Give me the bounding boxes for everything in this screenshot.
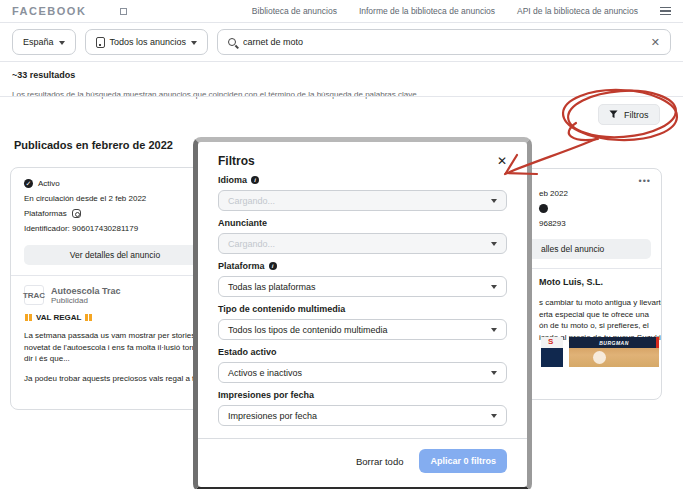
chevron-down-icon: [59, 41, 65, 45]
red-circle-tail: [569, 123, 598, 140]
field-plataforma: Plataforma i Todas las plataformas: [218, 261, 507, 297]
dropdown-value: Todos los tipos de contenido multimedia: [228, 325, 388, 335]
estado-activo-dropdown[interactable]: Activos e inactivos: [218, 362, 507, 383]
view-ad-details-button[interactable]: alles del anuncio: [527, 239, 651, 259]
ad-type-dropdown[interactable]: Todos los anuncios: [85, 29, 209, 55]
chevron-down-icon: [491, 199, 497, 203]
dropdown-value: Cargando...: [228, 196, 275, 206]
gift-icon: [85, 314, 92, 321]
ad-library-page: FACEBOOK Biblioteca de anuncios Informe …: [0, 0, 683, 489]
impresiones-dropdown[interactable]: Impresiones por fecha: [218, 405, 507, 426]
sponsored-label: Publicidad: [51, 296, 88, 305]
close-icon[interactable]: ✕: [497, 155, 507, 167]
active-check-icon: ✓: [24, 179, 33, 188]
ad-headline-text: VAL REGAL: [36, 313, 81, 322]
ad-body-line: ón de tu moto o, si prefieres, el: [539, 320, 653, 332]
search-icon: [228, 38, 236, 46]
clear-search-icon[interactable]: ✕: [651, 37, 660, 48]
chevron-down-icon: [491, 328, 497, 332]
identifier-text: Identificador: 906017430281179: [24, 224, 138, 233]
field-anunciante: Anunciante Cargando...: [218, 218, 507, 254]
device-icon: [96, 37, 105, 48]
ad-body-line: novetat de l'autoescola i ens fa molta i…: [24, 342, 206, 354]
ad-body-line: dir i és que...: [24, 353, 206, 365]
search-input[interactable]: [243, 37, 644, 47]
identifier-fragment: 968293: [539, 219, 566, 228]
ad-identifier-row: Identificador: 906017430281179: [24, 224, 206, 233]
banner-title: BURGMAN: [569, 337, 659, 348]
filters-button-label: Filtros: [624, 110, 649, 120]
ad-body-line: erta especial que te ofrece una: [539, 309, 653, 321]
info-icon[interactable]: i: [251, 176, 259, 184]
dropdown-value: Cargando...: [228, 239, 275, 249]
ad-running-row: En circulación desde el 2 feb 2022: [24, 194, 206, 203]
gift-icon: [25, 314, 32, 321]
plataforma-dropdown[interactable]: Todas las plataformas: [218, 276, 507, 297]
ad-body-line: La setmana passada us vam mostrar per st…: [24, 330, 206, 342]
running-since-text: En circulación desde el 2 feb 2022: [24, 194, 146, 203]
more-options-icon[interactable]: •••: [639, 176, 651, 186]
field-idioma: Idioma i Cargando...: [218, 175, 507, 211]
results-count: ~33 resultados: [12, 70, 671, 80]
ad-platforms-row: [539, 204, 653, 213]
country-dropdown[interactable]: España: [12, 29, 76, 55]
suzuki-banner-thumbnail[interactable]: BURGMAN: [569, 337, 659, 367]
ad-body-line: Ja podeu trobar aquests preciosos vals r…: [24, 373, 206, 385]
ad-card-autoescola: ✓ Activo En circulación desde el 2 feb 2…: [10, 167, 220, 410]
info-icon[interactable]: i: [269, 262, 277, 270]
chevron-down-icon: [491, 242, 497, 246]
advertiser-name[interactable]: Autoescola Trac: [51, 286, 121, 296]
chevron-down-icon: [491, 285, 497, 289]
search-box: ✕: [217, 29, 671, 55]
filters-button[interactable]: Filtros: [598, 104, 660, 125]
apply-filters-button[interactable]: Aplicar 0 filtros: [419, 449, 507, 473]
advertiser-avatar[interactable]: TRAC: [24, 285, 44, 305]
dropdown-value: Todas las plataformas: [228, 282, 316, 292]
top-header: FACEBOOK Biblioteca de anuncios Informe …: [0, 0, 683, 23]
divider: [0, 96, 683, 97]
section-title: Publicados en febrero de 2022: [14, 139, 173, 151]
hamburger-menu-icon[interactable]: [660, 5, 671, 18]
modal-title: Filtros: [218, 154, 255, 168]
field-label: Estado activo: [218, 347, 277, 357]
modal-header: Filtros ✕: [218, 154, 507, 168]
filter-funnel-icon: [609, 110, 618, 119]
platforms-label: Plataformas: [24, 209, 67, 218]
field-label: Plataforma: [218, 261, 265, 271]
nav-ad-library-api[interactable]: API de la biblioteca de anuncios: [517, 6, 638, 16]
tipo-contenido-dropdown[interactable]: Todos los tipos de contenido multimedia: [218, 319, 507, 340]
ad-media-thumbnails: BURGMAN: [541, 337, 659, 367]
nav-ad-library-report[interactable]: Informe de la biblioteca de anuncios: [359, 6, 495, 16]
modal-footer: Borrar todo Aplicar 0 filtros: [198, 438, 527, 477]
nav-ad-library[interactable]: Biblioteca de anuncios: [252, 6, 337, 16]
field-label: Anunciante: [218, 218, 267, 228]
platform-icon: [539, 204, 548, 213]
filters-modal: Filtros ✕ Idioma i Cargando... Anunciant…: [193, 137, 532, 489]
suzuki-logo-thumbnail[interactable]: [541, 337, 563, 367]
chevron-down-icon: [191, 41, 197, 45]
instagram-icon: [72, 209, 81, 218]
divider: [11, 275, 219, 276]
advertiser-name[interactable]: Moto Luis, S.L.: [539, 277, 653, 287]
ad-type-label: Todos los anuncios: [110, 37, 187, 47]
idioma-dropdown[interactable]: Cargando...: [218, 190, 507, 211]
country-label: España: [23, 37, 54, 47]
page-placeholder-icon: [120, 8, 127, 15]
ad-platforms-row: Plataformas: [24, 209, 206, 218]
chevron-down-icon: [491, 371, 497, 375]
field-tipo-contenido: Tipo de contenido multimedia Todos los t…: [218, 304, 507, 340]
dropdown-value: Activos e inactivos: [228, 368, 302, 378]
ad-identifier-row: 968293: [539, 219, 653, 228]
view-ad-details-button[interactable]: Ver detalles del anuncio: [24, 245, 206, 265]
ad-body-line: s cambiar tu moto antigua y llevarte: [539, 297, 653, 309]
advertiser-row: TRAC Autoescola Trac Publicidad: [24, 285, 206, 305]
clear-all-button[interactable]: Borrar todo: [356, 456, 404, 467]
field-label: Impresiones por fecha: [218, 390, 314, 400]
chevron-down-icon: [491, 414, 497, 418]
banner-headlight: [593, 351, 606, 364]
ad-headline: VAL REGAL: [24, 313, 206, 322]
search-toolbar: España Todos los anuncios ✕: [12, 29, 671, 55]
header-nav: Biblioteca de anuncios Informe de la bib…: [252, 5, 671, 18]
anunciante-dropdown[interactable]: Cargando...: [218, 233, 507, 254]
ad-running-row: eb 2022: [539, 189, 653, 198]
